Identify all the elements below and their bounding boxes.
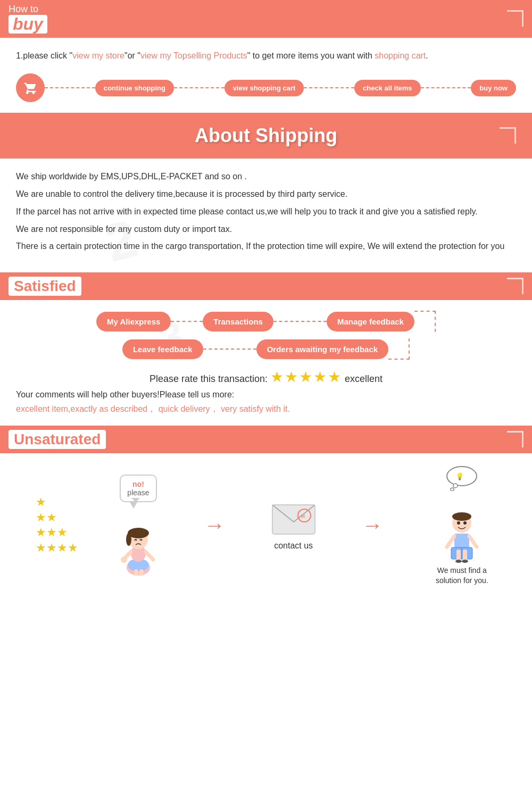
dashed-right-hook — [414, 311, 436, 332]
view-my-store-link[interactable]: view my store — [72, 51, 124, 60]
thought-bubble-svg: 💡 — [446, 464, 478, 491]
svg-line-26 — [469, 536, 477, 547]
svg-rect-30 — [463, 550, 467, 561]
svg-point-18 — [451, 488, 454, 491]
unsaturated-corner-deco — [506, 431, 523, 448]
svg-point-32 — [462, 560, 468, 563]
girl-section: no! please — [117, 475, 160, 576]
orders-awaiting-btn[interactable]: Orders awaiting my feedback — [256, 339, 388, 359]
corner-decoration — [506, 10, 523, 27]
unsaturated-header: Unsaturated — [0, 426, 532, 453]
boy-section: 💡 — [427, 464, 496, 586]
buy-now-btn[interactable]: buy now — [471, 80, 516, 96]
how-label: How to buy — [9, 4, 47, 34]
feedback-row-1: My Aliexpress Transactions Manage feedba… — [16, 311, 516, 332]
svg-line-11 — [146, 552, 153, 560]
shipping-p5: There is a certain protection time in th… — [16, 239, 516, 254]
transactions-btn[interactable]: Transactions — [203, 312, 273, 331]
shipping-p2: We are unable to control the delivery ti… — [16, 187, 516, 202]
about-shipping-header: About Shipping — [0, 113, 532, 159]
manage-feedback-btn[interactable]: Manage feedback — [327, 312, 414, 331]
shipping-title: About Shipping — [33, 124, 499, 147]
svg-point-17 — [453, 484, 458, 488]
unsaturated-content: ★ ★★ ★★★ ★★★★ no! please — [0, 453, 532, 602]
my-aliexpress-btn[interactable]: My Aliexpress — [96, 312, 171, 331]
svg-line-25 — [447, 536, 454, 547]
envelope-illustration: ✉ — [270, 500, 318, 537]
shipping-p1: We ship worldwide by EMS,UPS,DHL,E-PACKE… — [16, 169, 516, 185]
thought-bubble: 💡 — [446, 464, 478, 493]
speech-please: please — [127, 488, 149, 497]
satisfied-inner: My Aliexpress Transactions Manage feedba… — [16, 311, 516, 415]
star-row-2: ★★ — [36, 510, 78, 526]
comments-header: Your comments will help other buyers!Ple… — [16, 390, 516, 400]
bubble-tail — [129, 501, 138, 509]
svg-rect-3 — [139, 569, 144, 576]
how-text: How to — [9, 4, 47, 15]
stars-section: ★ ★★ ★★★ ★★★★ — [36, 495, 78, 555]
dots-r1-1 — [171, 321, 203, 322]
continue-shopping-btn[interactable]: continue shopping — [95, 80, 174, 96]
dots-r1-2 — [273, 321, 327, 322]
unsaturated-inner: ★ ★★ ★★★ ★★★★ no! please — [16, 464, 516, 586]
arrow-2: → — [362, 513, 383, 537]
svg-rect-13 — [272, 505, 315, 534]
cart-icon — [16, 73, 45, 102]
stars-stack: ★ ★★ ★★★ ★★★★ — [36, 495, 78, 555]
rate-label: excellent — [345, 373, 383, 384]
svg-rect-29 — [456, 550, 461, 561]
svg-point-9 — [126, 533, 131, 546]
shipping-p3: If the parcel has not arrive with in exp… — [16, 204, 516, 220]
step1-text-end: . — [426, 51, 428, 60]
rate-stars: ★★★★★ — [270, 369, 342, 385]
star-row-3: ★★★ — [36, 525, 78, 541]
dots-3 — [304, 87, 354, 88]
dots-2 — [174, 87, 225, 88]
rate-section: Please rate this transaction: ★★★★★ exce… — [16, 368, 516, 386]
topselling-link[interactable]: view my Topselling Products — [140, 51, 247, 60]
comment-example: excellent item,exactly as described， qui… — [16, 404, 516, 415]
step1-text-mid2: " to get more items you want with — [247, 51, 375, 60]
step1-text: 1.please click "view my store"or "view m… — [16, 48, 516, 63]
shopping-steps-row: continue shopping view shopping cart che… — [0, 68, 532, 113]
speech-bubble: no! please — [120, 475, 156, 502]
feedback-row-2: Leave feedback Orders awaiting my feedba… — [16, 338, 516, 360]
dots-r2-1 — [203, 348, 256, 350]
girl-illustration — [117, 506, 160, 576]
leave-feedback-btn[interactable]: Leave feedback — [122, 339, 203, 359]
view-shopping-cart-btn[interactable]: view shopping cart — [225, 80, 304, 96]
svg-point-12 — [121, 556, 127, 563]
step1-text-mid1: "or " — [124, 51, 140, 60]
dots-1 — [45, 87, 95, 88]
how-to-buy-header: How to buy — [0, 0, 532, 38]
satisfied-title: Satisfied — [9, 277, 81, 296]
solution-text: We must find a solution for you. — [427, 566, 496, 586]
shipping-paragraphs: We ship worldwide by EMS,UPS,DHL,E-PACKE… — [16, 169, 516, 254]
shipping-content: 2 We ship worldwide by EMS,UPS,DHL,E-PAC… — [0, 159, 532, 272]
step1-section: 1.please click "view my store"or "view m… — [0, 38, 532, 68]
shipping-corner-deco — [499, 127, 516, 144]
boy-illustration — [440, 496, 483, 566]
check-all-items-btn[interactable]: check all items — [354, 80, 421, 96]
svg-text:💡: 💡 — [455, 472, 464, 481]
step1-text-before: 1.please click " — [16, 51, 72, 60]
contact-section: ✉ contact us — [270, 500, 318, 551]
svg-point-23 — [463, 521, 467, 525]
svg-point-31 — [455, 560, 462, 563]
svg-point-22 — [457, 521, 460, 525]
shopping-cart-link[interactable]: shopping cart — [375, 51, 426, 60]
satisfied-header: Satisfied — [0, 272, 532, 300]
dots-4 — [421, 87, 471, 88]
satisfied-corner-deco — [506, 278, 523, 295]
shipping-p4: We are not responsible for any custom du… — [16, 222, 516, 237]
svg-text:✉: ✉ — [301, 513, 305, 519]
buy-text: buy — [9, 15, 47, 34]
rate-text: Please rate this transaction: — [149, 373, 268, 384]
unsaturated-title: Unsaturated — [9, 430, 106, 449]
arrow-1: → — [204, 513, 225, 537]
dashed-box-end — [388, 338, 410, 360]
satisfied-content: 3 My Aliexpress Transactions Manage feed… — [0, 300, 532, 426]
star-row-4: ★★★★ — [36, 541, 78, 556]
star-row-1: ★ — [36, 495, 78, 510]
speech-no: no! — [127, 480, 149, 488]
